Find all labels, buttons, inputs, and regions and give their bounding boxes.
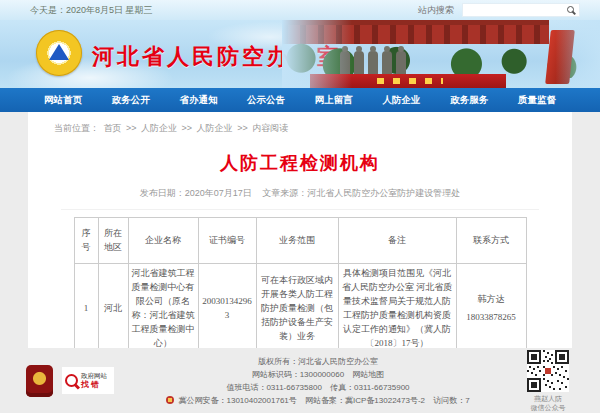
breadcrumb-item-enterprises[interactable]: 人防企业 (141, 123, 177, 133)
gov-agency-badge-icon[interactable] (26, 365, 53, 397)
find-error-line1: 政府网站 (81, 372, 107, 379)
find-error-text: 政府网站 找错 (81, 372, 107, 389)
col-cert-no: 证书编号 (198, 218, 256, 264)
cell-scope: 可在本行政区域内开展各类人防工程防护质量检测（包括防护设备生产安装）业务 (256, 264, 338, 349)
col-seq: 序号 (74, 218, 98, 264)
current-date: 今天是：2020年8月5日 星期三 (30, 4, 153, 17)
site-footer: 政府网站 找错 版权所有：河北省人民防空办公室 网站标识码：1300000060… (0, 348, 600, 413)
cell-cert-no: 200301342963 (198, 264, 256, 349)
search-icon[interactable] (567, 6, 574, 13)
breadcrumb-item-home[interactable]: 首页 (104, 123, 122, 133)
police-record-icon (166, 396, 174, 404)
footer-duty-phone: 值班电话：0311-66735800 (226, 383, 321, 392)
find-error-magnifier-icon (65, 374, 78, 387)
breadcrumb-label: 当前位置： (54, 123, 99, 133)
testing-orgs-table: 序号 所在地区 企业名称 证书编号 业务范围 备注 联系方式 1 河北 河北省建… (74, 217, 527, 348)
gov-website-find-error-badge[interactable]: 政府网站 找错 (62, 367, 114, 394)
breadcrumb-item-current: 内容阅读 (252, 123, 288, 133)
search-input[interactable] (463, 4, 579, 16)
footer-icp-record-link[interactable]: 网站备案：冀ICP备13022473号-2 (305, 396, 425, 405)
table-header-row: 序号 所在地区 企业名称 证书编号 业务范围 备注 联系方式 (74, 218, 526, 264)
contact-name: 韩方达 (478, 294, 505, 304)
footer-copyright: 版权所有：河北省人民防空办公室 (114, 355, 522, 368)
nav-item-announcements[interactable]: 公示公告 (247, 94, 285, 107)
site-header: 河北省人民防空办公室 (0, 20, 600, 88)
publish-date: 发布日期：2020年07月17日 (140, 188, 252, 198)
qr-caption-line1: 燕赵人防 (522, 394, 574, 403)
footer-site-code: 网站标识码：1300000060 (252, 370, 345, 379)
col-company: 企业名称 (128, 218, 198, 264)
footer-logos: 政府网站 找错 (26, 365, 114, 397)
footer-fax: 传真：0311-66735900 (330, 383, 409, 392)
search-box (462, 3, 580, 17)
site-search: 站内搜索 (418, 3, 580, 17)
site-search-label: 站内搜索 (418, 4, 454, 17)
nav-item-office-notices[interactable]: 省办通知 (179, 94, 217, 107)
contact-phone: 18033878265 (460, 311, 523, 325)
qr-code-icon (527, 350, 569, 392)
cell-remarks: 具体检测项目范围见《河北省人民防空办公室 河北省质量技术监督局关于规范人防工程防… (338, 264, 456, 349)
table-row: 1 河北 河北省建筑工程质量检测中心有限公司（原名称：河北省建筑工程质量检测中心… (74, 264, 526, 349)
cell-region: 河北 (98, 264, 128, 349)
cell-seq: 1 (74, 264, 98, 349)
footer-police-record-link[interactable]: 冀公网安备：13010402001761号 (178, 396, 296, 405)
cell-company: 河北省建筑工程质量检测中心有限公司（原名称：河北省建筑工程质量检测中心） (128, 264, 198, 349)
nav-item-enterprises[interactable]: 人防企业 (383, 94, 421, 107)
cell-contact: 韩方达 18033878265 (456, 264, 526, 349)
header-monument-photo (282, 20, 600, 88)
civil-air-defense-emblem-icon (36, 30, 82, 76)
footer-visit-count: 访问数：7 (433, 396, 469, 405)
nav-item-online-messages[interactable]: 网上留言 (315, 94, 353, 107)
article-source: 文章来源：河北省人民防空办公室防护建设管理处 (262, 188, 460, 198)
col-remarks: 备注 (338, 218, 456, 264)
breadcrumb-item-enterprises-2[interactable]: 人防企业 (197, 123, 233, 133)
main-nav: 网站首页 政务公开 省办通知 公示公告 网上留言 人防企业 政务服务 质量监督 (0, 88, 600, 112)
breadcrumb-separator: >> (126, 123, 137, 133)
article-meta: 发布日期：2020年07月17日 文章来源：河北省人民防空办公室防护建设管理处 (61, 187, 540, 210)
nav-item-gov-disclosure[interactable]: 政务公开 (112, 94, 150, 107)
col-region: 所在地区 (98, 218, 128, 264)
photo-fade-overlay (282, 20, 600, 88)
col-scope: 业务范围 (256, 218, 338, 264)
wechat-qr-block: 燕赵人防 微信公众号 (522, 350, 574, 412)
content-panel: 当前位置： 首页 >> 人防企业 >> 人防企业 >> 内容阅读 人防工程检测机… (28, 112, 572, 348)
nav-item-quality-supervision[interactable]: 质量监督 (518, 94, 556, 107)
footer-site-map-link[interactable]: 网站地图 (352, 370, 384, 379)
nav-item-gov-services[interactable]: 政务服务 (450, 94, 488, 107)
breadcrumb-separator: >> (182, 123, 193, 133)
nav-item-home[interactable]: 网站首页 (44, 94, 82, 107)
top-utility-bar: 今天是：2020年8月5日 星期三 站内搜索 (0, 0, 600, 20)
qr-caption-line2: 微信公众号 (522, 403, 574, 412)
footer-info: 版权所有：河北省人民防空办公室 网站标识码：1300000060 网站地图 值班… (114, 355, 522, 407)
breadcrumb-separator: >> (237, 123, 248, 133)
page-title: 人防工程检测机构 (28, 151, 572, 175)
main-band: 当前位置： 首页 >> 人防企业 >> 人防企业 >> 内容阅读 人防工程检测机… (0, 112, 600, 348)
breadcrumb: 当前位置： 首页 >> 人防企业 >> 人防企业 >> 内容阅读 (28, 117, 572, 142)
col-contact: 联系方式 (456, 218, 526, 264)
find-error-line2: 找错 (81, 380, 107, 389)
